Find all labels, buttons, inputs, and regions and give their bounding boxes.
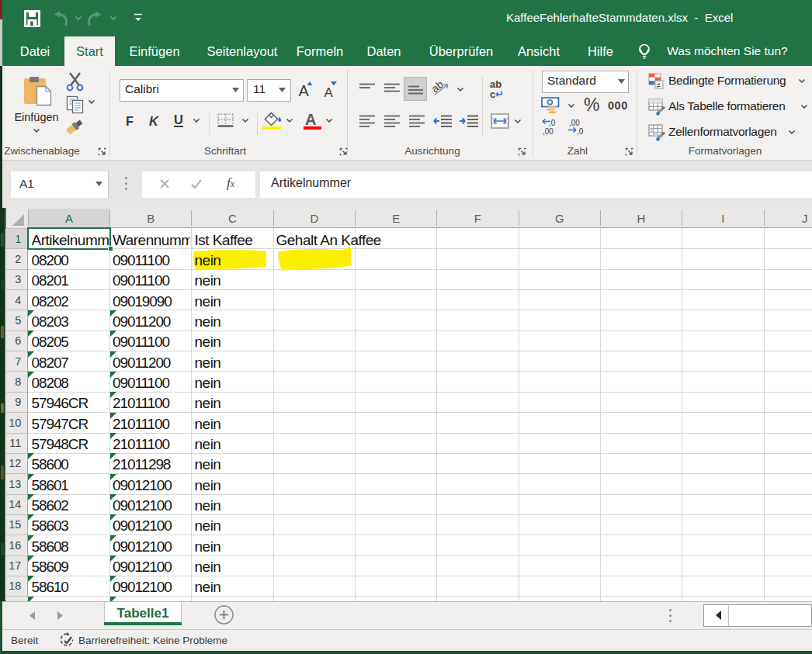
svg-text:,0: ,0 [577,127,584,136]
svg-text:,0: ,0 [549,119,556,127]
svg-text:,00: ,00 [569,119,580,127]
svg-text:≠: ≠ [657,81,661,89]
svg-text:,00: ,00 [543,127,553,136]
